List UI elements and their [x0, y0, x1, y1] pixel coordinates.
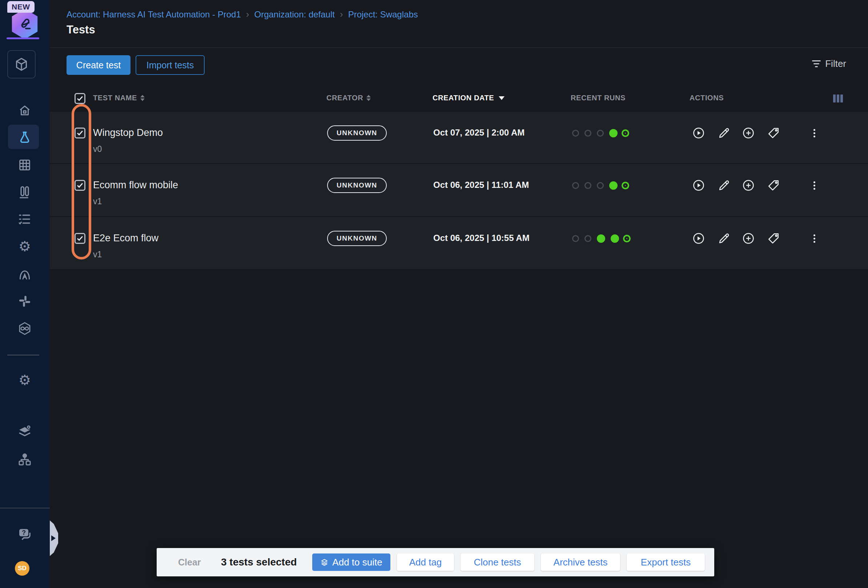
run-status-dot-filled[interactable] [611, 234, 619, 243]
create-test-button[interactable]: Create test [66, 55, 130, 75]
sidebar-item-pipelines[interactable] [16, 321, 34, 336]
sidebar-item-help[interactable]: ? [16, 526, 34, 542]
test-name[interactable]: Ecomm flow mobile [93, 180, 178, 191]
run-test-button[interactable] [692, 232, 705, 245]
table-row[interactable]: Wingstop Demo v0 UNKNOWN Oct 07, 2025 | … [50, 111, 868, 164]
tag-button[interactable] [767, 232, 780, 245]
run-test-button[interactable] [692, 127, 705, 140]
run-status-dot-empty[interactable] [572, 182, 579, 189]
run-status-dot-ring[interactable] [623, 131, 628, 136]
row-checkbox[interactable] [75, 128, 86, 139]
import-tests-button[interactable]: Import tests [136, 55, 205, 75]
sidebar-item-tests[interactable] [16, 130, 34, 145]
row-checkbox[interactable] [75, 180, 86, 191]
test-tube-logo-icon [16, 16, 33, 32]
breadcrumb-organization[interactable]: Organization: default [254, 9, 334, 20]
breadcrumb-project[interactable]: Project: Swaglabs [348, 9, 418, 20]
tag-button[interactable] [767, 179, 780, 192]
sidebar-item-settings[interactable]: ⚙ [16, 239, 34, 254]
run-status-dot-filled[interactable] [609, 129, 617, 137]
sidebar-item-checklist[interactable] [16, 211, 34, 227]
sidebar-item-grid[interactable] [16, 157, 34, 173]
sidebar-item-agents[interactable] [16, 267, 34, 282]
add-tag-button[interactable]: Add tag [397, 554, 454, 571]
more-options-icon[interactable] [810, 127, 819, 139]
breadcrumb-account[interactable]: Account: Harness AI Test Automation - Pr… [66, 9, 241, 20]
run-status-dot-ring[interactable] [623, 183, 628, 188]
layers-icon [320, 558, 329, 567]
sidebar-item-home[interactable] [16, 103, 34, 118]
run-status-dot-empty[interactable] [597, 130, 604, 137]
column-header-creation-date[interactable]: CREATION DATE [433, 94, 505, 102]
column-label: RECENT RUNS [571, 94, 626, 102]
home-icon [18, 103, 32, 118]
run-status-dot-empty[interactable] [572, 235, 579, 242]
column-label: ACTIONS [689, 94, 724, 102]
recent-runs [572, 127, 628, 140]
sidebar-item-org-settings[interactable] [16, 451, 34, 467]
archive-tests-button[interactable]: Archive tests [541, 554, 620, 571]
check-icon [77, 95, 83, 101]
user-avatar[interactable]: SD [15, 561, 30, 576]
play-circle-icon [692, 127, 705, 140]
select-all-checkbox[interactable] [75, 93, 86, 104]
org-settings-icon [18, 452, 32, 467]
play-circle-icon [692, 232, 705, 245]
edit-test-button[interactable] [717, 232, 731, 245]
clear-selection-button[interactable]: Clear [178, 557, 201, 567]
run-status-dot-empty[interactable] [585, 130, 591, 137]
run-test-button[interactable] [692, 179, 705, 192]
test-name[interactable]: Wingstop Demo [93, 127, 163, 139]
checklist-icon [18, 212, 32, 226]
add-to-suite-label: Add to suite [332, 557, 382, 568]
table-row[interactable]: Ecomm flow mobile v1 UNKNOWN Oct 06, 202… [50, 164, 868, 217]
module-selector[interactable] [7, 50, 35, 78]
edit-test-button[interactable] [717, 179, 731, 192]
sidebar-item-integrations[interactable] [16, 293, 34, 309]
run-status-dot-filled[interactable] [609, 181, 617, 190]
table-row[interactable]: E2e Ecom flow v1 UNKNOWN Oct 06, 2025 | … [50, 217, 868, 270]
pencil-icon [717, 127, 731, 140]
tag-icon [767, 127, 780, 140]
column-settings-icon[interactable] [833, 94, 843, 103]
run-status-dot-ring[interactable] [624, 236, 629, 241]
run-status-dot-empty[interactable] [585, 235, 591, 242]
test-name[interactable]: E2e Ecom flow [93, 233, 158, 244]
add-button[interactable] [742, 127, 755, 140]
new-badge: NEW [7, 1, 34, 13]
add-to-suite-button[interactable]: Add to suite [312, 554, 390, 571]
sort-icon [140, 95, 145, 101]
run-status-dot-empty[interactable] [572, 130, 579, 137]
column-header-test-name[interactable]: TEST NAME [93, 94, 145, 102]
chevron-right-icon [51, 535, 56, 541]
sidebar-expand-handle[interactable] [50, 520, 58, 556]
filter-button[interactable]: Filter [812, 58, 846, 69]
more-options-icon[interactable] [810, 180, 819, 191]
column-header-creator[interactable]: CREATOR [326, 94, 371, 102]
grid-icon [18, 158, 32, 172]
app-logo[interactable] [10, 9, 39, 39]
flask-icon [18, 130, 32, 144]
header-divider [50, 47, 868, 48]
run-status-dot-filled[interactable] [597, 234, 605, 243]
row-checkbox[interactable] [75, 233, 86, 244]
more-options-icon[interactable] [810, 233, 819, 244]
run-status-dot-empty[interactable] [597, 182, 604, 189]
creation-date: Oct 06, 2025 | 10:55 AM [433, 233, 530, 243]
plus-circle-icon [742, 232, 755, 245]
add-button[interactable] [742, 232, 755, 245]
sidebar-item-test-suites[interactable] [16, 184, 34, 200]
clone-tests-button[interactable]: Clone tests [461, 554, 534, 571]
edit-test-button[interactable] [717, 127, 731, 140]
export-tests-button[interactable]: Export tests [627, 554, 705, 571]
selected-count: 3 tests selected [221, 556, 297, 568]
filter-icon [812, 60, 821, 67]
layers-settings-icon [18, 424, 32, 439]
add-button[interactable] [742, 179, 755, 192]
sidebar-item-project-settings[interactable]: ⚙ [16, 372, 34, 388]
recent-runs [572, 179, 628, 192]
column-label: CREATION DATE [433, 94, 494, 102]
sidebar-item-layers-settings[interactable] [16, 423, 34, 439]
tag-button[interactable] [767, 127, 780, 140]
run-status-dot-empty[interactable] [585, 182, 591, 189]
